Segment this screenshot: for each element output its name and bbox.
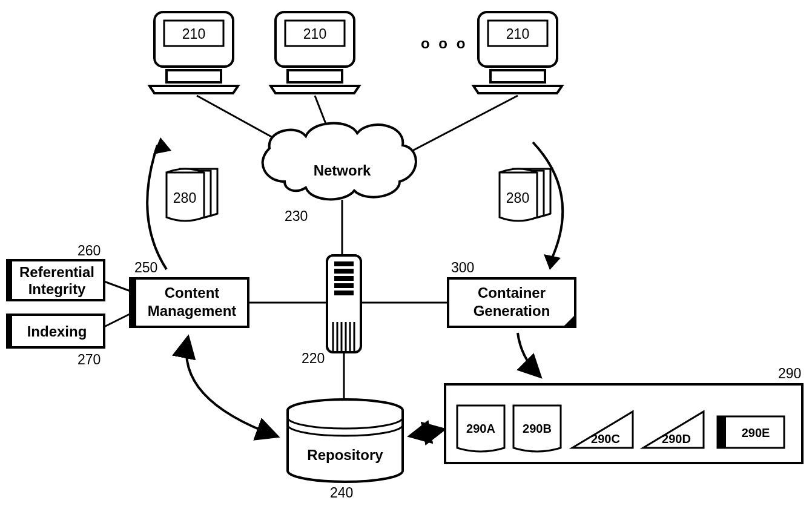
- svg-text:Repository: Repository: [307, 447, 383, 463]
- documents-stack-icon: 280: [167, 169, 217, 221]
- server-ref: 220: [302, 350, 325, 366]
- container-generation-box: Container Generation: [448, 278, 575, 327]
- repository-ref: 240: [330, 485, 353, 501]
- svg-text:Container: Container: [478, 284, 546, 301]
- svg-rect-10: [490, 70, 545, 82]
- svg-rect-16: [334, 261, 354, 266]
- svg-rect-40: [7, 315, 12, 347]
- svg-text:Content: Content: [165, 284, 220, 301]
- server-icon: [327, 255, 361, 352]
- svg-text:290D: 290D: [662, 432, 691, 445]
- svg-rect-6: [288, 70, 342, 82]
- svg-rect-31: [130, 278, 136, 327]
- content-mgmt-ref: 250: [134, 260, 157, 275]
- network-ref: 230: [285, 208, 308, 224]
- svg-line-42: [104, 313, 132, 327]
- ref-integrity-ref: 260: [78, 243, 101, 258]
- svg-text:280: 280: [173, 190, 196, 206]
- svg-rect-19: [334, 283, 354, 288]
- svg-text:Indexing: Indexing: [27, 323, 87, 340]
- svg-text:Management: Management: [148, 303, 237, 319]
- container-item-document-icon: 290B: [513, 406, 561, 452]
- svg-text:290B: 290B: [523, 422, 552, 435]
- container-set-box: 290 290A 290B 290C 290D 290E: [445, 366, 802, 463]
- indexing-ref: 270: [78, 352, 101, 367]
- svg-text:280: 280: [506, 190, 529, 206]
- svg-rect-56: [718, 416, 726, 448]
- system-architecture-diagram: 210 210 210 o o o Network 230 220 Conten…: [0, 0, 812, 509]
- svg-text:210: 210: [506, 26, 529, 42]
- referential-integrity-box: Referential Integrity: [7, 260, 104, 300]
- container-gen-ref: 300: [451, 260, 474, 275]
- client-computer-icon: 210 210 210: [150, 12, 562, 93]
- svg-text:290C: 290C: [591, 432, 620, 445]
- svg-text:Referential: Referential: [19, 264, 94, 280]
- svg-line-38: [104, 281, 132, 292]
- svg-rect-35: [7, 260, 12, 300]
- ellipsis: o o o: [421, 35, 467, 51]
- content-management-box: Content Management: [130, 278, 248, 327]
- svg-text:290E: 290E: [742, 426, 770, 439]
- documents-stack-icon: 280: [500, 169, 550, 221]
- svg-text:290A: 290A: [466, 422, 495, 435]
- svg-text:Integrity: Integrity: [28, 281, 86, 297]
- indexing-box: Indexing: [7, 315, 104, 347]
- container-set-ref: 290: [778, 366, 801, 381]
- repository-cylinder-icon: Repository: [288, 399, 403, 482]
- container-item-data-icon: 290E: [718, 416, 784, 448]
- client-ref: 210: [182, 26, 205, 42]
- network-cloud-icon: [263, 123, 416, 200]
- svg-line-13: [400, 96, 518, 157]
- svg-rect-17: [334, 269, 354, 274]
- svg-text:Generation: Generation: [474, 303, 550, 319]
- svg-text:210: 210: [303, 26, 326, 42]
- svg-rect-18: [334, 276, 354, 281]
- container-item-document-icon: 290A: [457, 406, 504, 452]
- svg-rect-20: [334, 291, 354, 295]
- network-label: Network: [314, 162, 371, 179]
- svg-rect-2: [167, 70, 221, 82]
